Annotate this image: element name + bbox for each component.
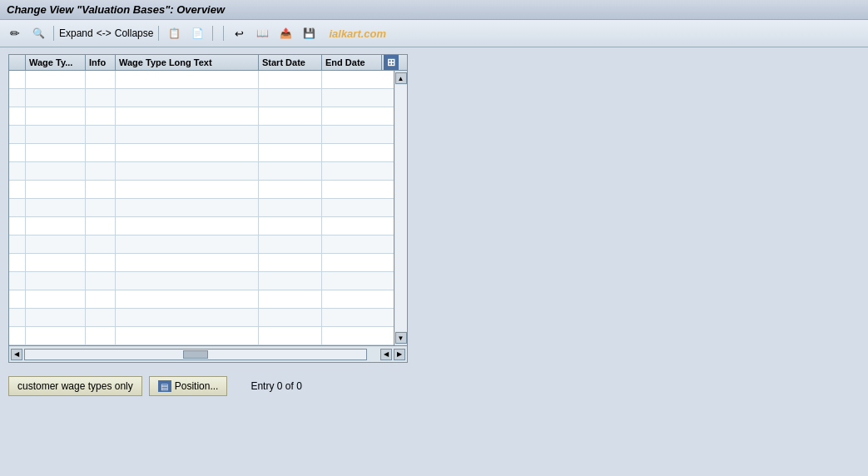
table-header: Wage Ty... Info Wage Type Long Text Star… — [9, 55, 407, 71]
cell-start-date — [259, 236, 322, 253]
scroll-up-button[interactable]: ▲ — [395, 72, 407, 84]
main-content: Wage Ty... Info Wage Type Long Text Star… — [0, 47, 868, 369]
cell-wage-type — [26, 126, 86, 143]
title-bar: Change View "Valuation Bases": Overview — [0, 0, 868, 20]
cell-start-date — [259, 254, 322, 271]
cell-start-date — [259, 107, 322, 125]
cell-end-date — [322, 327, 382, 345]
cell-wage-type — [26, 162, 86, 180]
row-selector[interactable] — [9, 236, 26, 253]
undo-button[interactable]: ↩ — [229, 23, 249, 43]
select-all-column — [9, 55, 26, 70]
row-selector[interactable] — [9, 290, 26, 308]
row-selector[interactable] — [9, 272, 26, 290]
cell-end-date — [322, 309, 382, 326]
export-button[interactable]: 📤 — [275, 23, 295, 43]
customer-wage-types-button[interactable]: customer wage types only — [8, 376, 142, 396]
row-selector[interactable] — [9, 199, 26, 216]
cell-start-date — [259, 144, 322, 161]
pencil-button[interactable]: ✏ — [5, 23, 25, 43]
scroll-right-start-button[interactable]: ◀ — [380, 349, 392, 360]
position-button[interactable]: Position... — [149, 376, 228, 396]
col-header-wage-type: Wage Ty... — [26, 55, 86, 70]
table-settings-button[interactable] — [384, 55, 399, 70]
column-settings-icon[interactable] — [382, 55, 400, 70]
cell-long-text — [116, 199, 259, 216]
scroll-thumb-h — [183, 350, 208, 359]
row-selector[interactable] — [9, 107, 26, 125]
table-row[interactable] — [9, 199, 394, 217]
data-table: Wage Ty... Info Wage Type Long Text Star… — [8, 54, 408, 363]
table-row[interactable] — [9, 181, 394, 199]
row-selector[interactable] — [9, 71, 26, 88]
cell-info — [86, 126, 116, 143]
cell-wage-type — [26, 144, 86, 161]
cell-wage-type — [26, 199, 86, 216]
scroll-left-button[interactable]: ◀ — [11, 349, 22, 360]
scroll-down-button[interactable]: ▼ — [395, 332, 407, 344]
table-row[interactable] — [9, 162, 394, 181]
cell-start-date — [259, 327, 322, 345]
row-selector[interactable] — [9, 162, 26, 180]
h-right-scroll-buttons: ◀ ▶ — [380, 349, 405, 360]
position-icon — [158, 380, 171, 392]
copy-button[interactable]: 📋 — [164, 23, 184, 43]
table-row[interactable] — [9, 309, 394, 327]
save-icon: 💾 — [300, 25, 317, 42]
scroll-right-end-button[interactable]: ▶ — [394, 349, 405, 360]
cell-long-text — [116, 327, 259, 345]
cell-start-date — [259, 309, 322, 326]
table-row[interactable] — [9, 71, 394, 89]
paste-button[interactable]: 📄 — [187, 23, 207, 43]
expand-label[interactable]: Expand — [59, 27, 93, 39]
table-row[interactable] — [9, 290, 394, 309]
document-button[interactable]: 📖 — [252, 23, 272, 43]
row-selector[interactable] — [9, 327, 26, 345]
document-icon: 📖 — [254, 25, 270, 42]
cell-long-text — [116, 89, 259, 107]
row-selector[interactable] — [9, 254, 26, 271]
display-button[interactable]: 🔍 — [28, 23, 48, 43]
footer: customer wage types only Position... Ent… — [0, 369, 868, 403]
scroll-track-h[interactable] — [24, 349, 367, 360]
table-row[interactable] — [9, 107, 394, 126]
table-row[interactable] — [9, 126, 394, 144]
table-row[interactable] — [9, 217, 394, 236]
col-header-long-text: Wage Type Long Text — [116, 55, 259, 70]
col-header-end-date: End Date — [322, 55, 382, 70]
copy-icon: 📋 — [166, 25, 182, 42]
cell-info — [86, 107, 116, 125]
table-row[interactable] — [9, 236, 394, 254]
cell-start-date — [259, 272, 322, 290]
table-row[interactable] — [9, 272, 394, 290]
row-selector[interactable] — [9, 181, 26, 198]
cell-long-text — [116, 144, 259, 161]
cell-end-date — [322, 89, 382, 107]
row-selector[interactable] — [9, 126, 26, 143]
table-row[interactable] — [9, 144, 394, 162]
cell-wage-type — [26, 71, 86, 88]
row-selector[interactable] — [9, 89, 26, 107]
cell-start-date — [259, 126, 322, 143]
horizontal-scrollbar-area: ◀ ◀ ▶ — [9, 345, 407, 362]
cell-start-date — [259, 162, 322, 180]
collapse-label[interactable]: Collapse — [115, 27, 154, 39]
vertical-scrollbar[interactable]: ▲ ▼ — [394, 71, 407, 345]
row-selector[interactable] — [9, 309, 26, 326]
col-header-info: Info — [86, 55, 116, 70]
table-row[interactable] — [9, 254, 394, 272]
row-selector[interactable] — [9, 217, 26, 235]
cell-long-text — [116, 126, 259, 143]
cell-info — [86, 217, 116, 235]
save-button[interactable]: 💾 — [299, 23, 319, 43]
table-row[interactable] — [9, 327, 394, 345]
export-icon: 📤 — [277, 25, 294, 42]
toolbar-separator-2 — [158, 26, 159, 41]
cell-end-date — [322, 290, 382, 308]
cell-start-date — [259, 199, 322, 216]
cell-wage-type — [26, 107, 86, 125]
table-row[interactable] — [9, 89, 394, 107]
row-selector[interactable] — [9, 144, 26, 161]
table-body[interactable] — [9, 71, 394, 345]
cell-end-date — [322, 217, 382, 235]
